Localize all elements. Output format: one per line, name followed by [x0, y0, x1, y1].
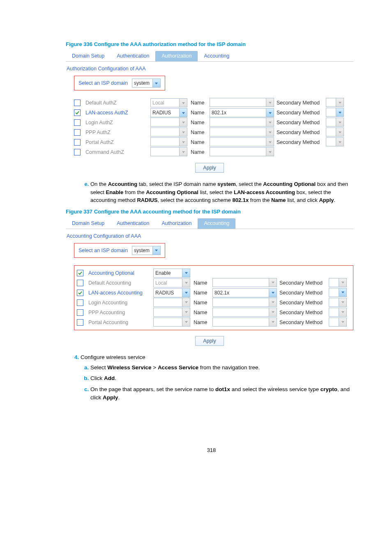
fig2-section-title: Accounting Configuration of AAA	[67, 233, 353, 239]
chevron-down-icon	[182, 279, 190, 287]
row-label: Portal Accounting	[88, 320, 150, 325]
method-select	[150, 147, 187, 156]
row-checkbox[interactable]	[77, 280, 83, 286]
svg-marker-20	[184, 282, 187, 284]
chevron-down-icon	[182, 289, 190, 297]
tab-authorization[interactable]: Authorization	[155, 51, 198, 61]
svg-marker-18	[155, 250, 158, 252]
row-checkbox[interactable]	[74, 109, 81, 116]
chevron-down-icon	[336, 118, 344, 126]
scheme-select[interactable]: 802.1x	[212, 288, 277, 297]
chevron-down-icon	[179, 148, 187, 156]
row-checkbox[interactable]	[74, 129, 81, 136]
row-label: Command AuthZ	[85, 149, 147, 155]
svg-marker-17	[268, 151, 271, 153]
chevron-down-icon	[152, 246, 160, 255]
row-checkbox[interactable]	[74, 139, 81, 146]
chevron-down-icon	[269, 278, 277, 287]
tab-domain-setup[interactable]: Domain Setup	[66, 218, 111, 229]
svg-marker-28	[341, 301, 344, 304]
svg-marker-1	[182, 102, 184, 104]
method-select: Local	[150, 98, 187, 107]
row-checkbox[interactable]	[77, 299, 83, 306]
method-select-value	[154, 318, 182, 326]
config-row: LAN-access AuthZRADIUSName802.1xSecondar…	[74, 108, 353, 118]
row-label: Login AuthZ	[85, 120, 147, 125]
secondary-method-select[interactable]	[326, 108, 344, 117]
secondary-method-label: Secondary Method	[277, 100, 323, 106]
step-4-title: Configure wireless service	[81, 354, 145, 360]
name-label: Name	[191, 130, 206, 135]
config-row: PPP AccountingNameSecondary Method	[77, 308, 350, 317]
page-number: 318	[66, 447, 357, 453]
svg-marker-21	[271, 282, 274, 284]
secondary-method-label: Secondary Method	[277, 130, 323, 135]
secondary-method-select	[329, 308, 347, 317]
chevron-down-icon	[179, 99, 187, 107]
tab-accounting[interactable]: Accounting	[198, 51, 235, 61]
chevron-down-icon	[339, 288, 346, 297]
tab-authorization[interactable]: Authorization	[155, 218, 198, 229]
row-checkbox[interactable]	[77, 270, 83, 276]
chevron-down-icon	[269, 318, 277, 326]
step-4a: Select Wireless Service > Access Service…	[90, 364, 357, 372]
svg-marker-4	[182, 112, 184, 114]
method-select-value: Local	[154, 279, 182, 287]
step-4b: Click Add.	[90, 374, 357, 382]
method-select-value	[151, 138, 179, 146]
tab-authentication[interactable]: Authentication	[111, 51, 155, 61]
name-label: Name	[191, 120, 206, 125]
scheme-select	[212, 298, 277, 307]
svg-marker-8	[268, 121, 271, 123]
row-label: LAN-access Accounting	[88, 290, 150, 296]
row-checkbox[interactable]	[77, 309, 83, 316]
svg-marker-5	[268, 112, 271, 114]
apply-button-fig2[interactable]: Apply	[195, 336, 224, 346]
method-select[interactable]: Enable	[153, 269, 190, 278]
secondary-method-select-value	[329, 298, 339, 306]
svg-marker-14	[268, 141, 271, 143]
method-select[interactable]: RADIUS	[153, 288, 190, 297]
method-select-value: Local	[151, 99, 179, 107]
row-checkbox[interactable]	[74, 149, 81, 155]
secondary-method-label: Secondary Method	[277, 120, 323, 125]
tab-accounting[interactable]: Accounting	[198, 218, 235, 229]
tabs-fig1: Domain SetupAuthenticationAuthorizationA…	[66, 51, 353, 62]
secondary-method-select[interactable]	[329, 288, 347, 297]
isp-domain-select-2[interactable]: system	[132, 246, 161, 255]
name-label: Name	[194, 320, 209, 325]
scheme-select-value	[210, 148, 266, 156]
svg-marker-13	[182, 141, 184, 143]
figure-336-caption: Figure 336 Configure the AAA authorizati…	[66, 41, 357, 47]
secondary-method-select-value	[326, 98, 336, 107]
svg-marker-33	[271, 321, 274, 323]
config-row: Default AccountingLocalNameSecondary Met…	[77, 278, 350, 288]
secondary-method-label: Secondary Method	[279, 320, 325, 325]
row-label: Default Accounting	[88, 280, 150, 286]
row-label: Portal AuthZ	[85, 139, 147, 145]
step-4c: On the page that appears, set the servic…	[90, 385, 357, 402]
svg-marker-23	[184, 292, 187, 294]
config-row: LAN-access AccountingRADIUSName802.1xSec…	[77, 288, 350, 298]
fig2-grid: Accounting OptionalEnableDefault Account…	[74, 265, 353, 330]
secondary-method-select-value	[329, 288, 339, 297]
row-checkbox[interactable]	[77, 290, 83, 296]
scheme-select[interactable]: 802.1x	[210, 108, 274, 117]
method-select[interactable]: RADIUS	[150, 108, 187, 117]
isp-domain-label: Select an ISP domain	[78, 80, 128, 86]
row-label: Accounting Optional	[88, 270, 150, 276]
svg-marker-19	[184, 272, 187, 274]
secondary-method-select-value	[326, 118, 336, 126]
chevron-down-icon	[336, 98, 344, 107]
row-checkbox[interactable]	[77, 319, 83, 326]
tab-domain-setup[interactable]: Domain Setup	[66, 51, 111, 61]
chevron-down-icon	[336, 138, 344, 146]
apply-button-fig1[interactable]: Apply	[195, 163, 224, 173]
row-checkbox[interactable]	[74, 100, 81, 106]
scheme-select-value: 802.1x	[210, 109, 266, 117]
row-checkbox[interactable]	[74, 119, 81, 126]
tab-authentication[interactable]: Authentication	[111, 218, 155, 229]
secondary-method-select-value	[329, 278, 339, 287]
isp-domain-select[interactable]: system	[132, 79, 161, 88]
svg-marker-27	[271, 301, 274, 304]
